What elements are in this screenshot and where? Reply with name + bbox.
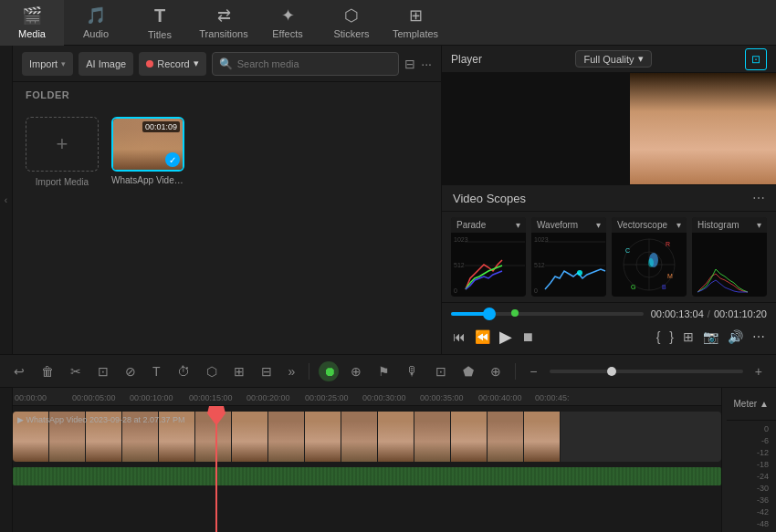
tag-tl-button[interactable]: ⊡: [431, 361, 451, 381]
scope-toggle-icon[interactable]: ⊡: [745, 48, 767, 70]
meter-column: Meter ▲ 0 -6 -12 -18 -24 -30 -36 -42 -48: [721, 388, 776, 532]
audio-settings-button[interactable]: ⊞: [681, 328, 696, 346]
more-controls-button[interactable]: ⋯: [750, 328, 767, 346]
right-panel: Player Full Quality ▾ ⊡ Video Scopes ⋯ P: [442, 46, 776, 354]
crop-button[interactable]: ⊡: [93, 361, 113, 381]
timeline-tracks: ▶ WhatsApp Video 2023-09-28 at 2.07.37 P…: [13, 406, 721, 532]
timeline-main: 00:00:00 00:00:05:00 00:00:10:00 00:00:1…: [13, 388, 721, 532]
scope-waveform-label: Waveform: [537, 220, 578, 230]
search-box[interactable]: 🔍: [212, 52, 400, 76]
meter-sort-icon[interactable]: ▲: [760, 399, 769, 409]
cut-button[interactable]: ✂: [66, 361, 86, 381]
current-time: 00:00:13:04: [651, 308, 704, 319]
media-thumb-item[interactable]: 00:01:09 ✓ WhatsApp Video 202...: [111, 117, 184, 187]
render-tl-button[interactable]: ⊕: [486, 361, 506, 381]
clock-button[interactable]: ⏱: [173, 361, 194, 381]
timeline-ruler: 00:00:00 00:00:05:00 00:00:10:00 00:00:1…: [13, 388, 721, 406]
resize-button[interactable]: ⊞: [229, 361, 249, 381]
ruler-mark-7: 00:00:35:00: [420, 393, 464, 402]
record-tl-button[interactable]: ⏺: [319, 361, 339, 381]
scope-vectorscope-arrow[interactable]: ▾: [676, 220, 681, 230]
flag-tl-button[interactable]: ⚑: [373, 361, 394, 381]
undo-button[interactable]: ↩: [9, 361, 29, 381]
time-separator: /: [708, 308, 710, 319]
thumb-check-icon: ✓: [165, 152, 180, 167]
media-thumb-box[interactable]: 00:01:09 ✓: [111, 117, 184, 172]
svg-text:B: B: [662, 284, 666, 290]
nav-titles[interactable]: T Titles: [128, 0, 192, 46]
ai-image-button[interactable]: AI Image: [79, 52, 133, 76]
scope-vectorscope-label: Vectorscope: [617, 220, 667, 230]
quality-select[interactable]: Full Quality ▾: [575, 50, 651, 68]
color-tl-button[interactable]: ⬟: [458, 361, 478, 381]
meter-value-6: -36: [757, 495, 769, 505]
frame-tile: [305, 412, 341, 462]
playhead[interactable]: [215, 406, 217, 532]
stop-button[interactable]: ⏹: [519, 328, 536, 346]
folder-label: FOLDER: [13, 82, 441, 108]
step-back-button[interactable]: ⏪: [473, 328, 492, 346]
volume-button[interactable]: 🔊: [726, 328, 745, 346]
nav-transitions[interactable]: ⇄ Transitions: [192, 0, 256, 46]
nav-stickers[interactable]: ⬡ Stickers: [320, 0, 383, 46]
svg-text:R: R: [666, 241, 670, 247]
split-button[interactable]: ⊘: [121, 361, 141, 381]
import-button[interactable]: Import ▾: [22, 52, 73, 76]
mark-in-button[interactable]: {: [655, 328, 663, 346]
waveform-svg: 1023 512 0: [531, 233, 606, 297]
scope-vectorscope: Vectorscope ▾ R M B G C: [612, 217, 687, 297]
delete-button[interactable]: 🗑: [37, 361, 58, 381]
more-icon[interactable]: ···: [421, 57, 432, 71]
ruler-mark-0: 00:00:00: [15, 393, 47, 402]
scope-parade-header: Parade ▾: [451, 217, 526, 233]
parade-svg: 1023 512 0: [451, 233, 526, 297]
play-button[interactable]: ▶: [498, 325, 514, 349]
scope-histogram-arrow[interactable]: ▾: [757, 220, 761, 230]
transport-controls: ⏮ ⏪ ▶ ⏹: [451, 325, 536, 349]
scope-waveform: Waveform ▾ 1023 512 0: [531, 217, 606, 297]
zoom-slider-thumb[interactable]: [607, 367, 616, 376]
nav-effects-label: Effects: [272, 28, 302, 39]
svg-text:M: M: [667, 273, 673, 279]
progress-thumb[interactable]: [483, 308, 496, 320]
import-media-box[interactable]: +: [26, 117, 99, 172]
meter-label: Meter: [734, 399, 758, 409]
zoom-out-button[interactable]: −: [525, 361, 541, 381]
skip-back-button[interactable]: ⏮: [451, 328, 467, 346]
audio-wave: [13, 467, 721, 485]
zoom-in-button[interactable]: +: [750, 361, 767, 381]
import-media-item[interactable]: + Import Media: [26, 117, 99, 187]
sidebar-left[interactable]: ‹: [0, 46, 13, 354]
playback-controls: ⏮ ⏪ ▶ ⏹ { } ⊞ 📷 🔊 ⋯: [451, 325, 767, 349]
left-panel: Import ▾ AI Image Record ▾ 🔍 ⊟ ··· FOLDE…: [13, 46, 442, 354]
search-input[interactable]: [237, 58, 393, 69]
audio-icon: 🎵: [86, 5, 106, 26]
filter-icon[interactable]: ⊟: [404, 57, 415, 71]
sticker-button[interactable]: ⬡: [202, 361, 222, 381]
sidebar-collapse-icon[interactable]: ‹: [5, 195, 7, 205]
mark-out-button[interactable]: }: [667, 328, 676, 346]
mic-tl-button[interactable]: 🎙: [402, 361, 424, 381]
nav-media[interactable]: 🎬 Media: [0, 0, 64, 46]
timeline-content: 00:00:00 00:00:05:00 00:00:10:00 00:00:1…: [0, 388, 776, 532]
quality-label: Full Quality: [583, 54, 634, 65]
scope-waveform-arrow[interactable]: ▾: [596, 220, 601, 230]
nav-stickers-label: Stickers: [333, 28, 369, 39]
add-tl-button[interactable]: ⊕: [346, 361, 366, 381]
frame-tile: [378, 412, 414, 462]
nav-effects[interactable]: ✦ Effects: [256, 0, 320, 46]
progress-track[interactable]: [451, 312, 644, 316]
snapshot-button[interactable]: 📷: [701, 328, 720, 346]
scopes-menu-icon[interactable]: ⋯: [752, 191, 765, 205]
more-tl-button[interactable]: »: [284, 361, 300, 381]
text-button[interactable]: T: [148, 361, 165, 381]
frame-tile: [451, 412, 488, 462]
time-display: 00:00:13:04 / 00:01:10:20: [651, 308, 767, 319]
record-button[interactable]: Record ▾: [139, 52, 205, 76]
scope-parade-arrow[interactable]: ▾: [516, 220, 520, 230]
transform-button[interactable]: ⊟: [257, 361, 277, 381]
nav-templates[interactable]: ⊞ Templates: [383, 0, 447, 46]
nav-audio[interactable]: 🎵 Audio: [64, 0, 128, 46]
scopes-header: Video Scopes ⋯: [442, 185, 776, 212]
media-grid: + Import Media 00:01:09 ✓ WhatsApp Video…: [13, 108, 441, 196]
